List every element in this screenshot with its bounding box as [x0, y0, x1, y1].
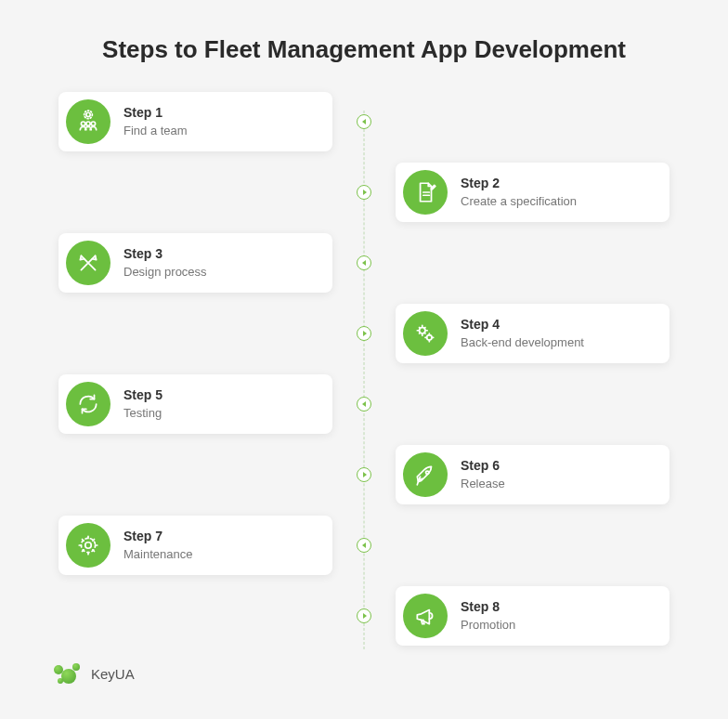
svg-point-3: [86, 122, 90, 125]
step-label: Step 4: [461, 317, 584, 333]
step-desc: Design process: [124, 265, 207, 280]
timeline-node: [357, 608, 371, 623]
timeline-node: [357, 185, 371, 200]
step-desc: Testing: [124, 406, 162, 421]
step-card: Step 6 Release: [396, 445, 670, 504]
step-label: Step 8: [461, 599, 515, 616]
timeline-node: [357, 467, 371, 482]
brand-name: KeyUA: [91, 666, 135, 682]
brand-logo-icon: [54, 660, 82, 687]
step-card: Step 4 Back-end development: [396, 304, 670, 363]
svg-point-8: [85, 543, 92, 549]
svg-point-7: [426, 471, 429, 474]
step-desc: Maintenance: [124, 547, 192, 562]
step-desc: Back-end development: [461, 335, 584, 350]
design-icon: [66, 241, 110, 285]
step-desc: Release: [461, 477, 505, 491]
step-label: Step 7: [124, 529, 192, 545]
step-label: Step 5: [124, 387, 162, 404]
step-card: Step 3 Design process: [58, 233, 332, 293]
step-card: Step 2 Create a specification: [396, 163, 670, 222]
brand: KeyUA: [54, 660, 135, 687]
timeline-node: [357, 255, 371, 270]
step-card: Step 1 Find a team: [58, 92, 332, 151]
timeline-node: [357, 326, 371, 341]
promo-icon: [403, 594, 448, 638]
step-label: Step 2: [461, 176, 577, 192]
step-card: Step 5 Testing: [58, 374, 332, 434]
step-label: Step 3: [124, 246, 207, 263]
cycle-icon: [66, 382, 110, 426]
svg-point-2: [81, 122, 84, 125]
timeline: Step 1 Find a team Step 2 Create a speci…: [0, 92, 728, 649]
step-desc: Create a specification: [461, 194, 577, 209]
step-label: Step 6: [461, 458, 505, 475]
page-title: Steps to Fleet Management App Developmen…: [0, 0, 728, 92]
step-card: Step 8 Promotion: [396, 586, 670, 646]
svg-point-0: [86, 112, 90, 116]
step-label: Step 1: [124, 105, 188, 122]
step-desc: Promotion: [461, 618, 515, 633]
gears-icon: [403, 311, 448, 356]
spec-icon: [403, 170, 448, 215]
timeline-node: [357, 114, 371, 129]
timeline-node: [357, 538, 371, 553]
step-desc: Find a team: [124, 124, 188, 138]
team-icon: [66, 99, 110, 144]
step-card: Step 7 Maintenance: [58, 516, 332, 575]
rocket-icon: [403, 452, 448, 497]
svg-point-4: [91, 122, 95, 125]
timeline-node: [357, 397, 371, 412]
maint-icon: [66, 523, 110, 568]
